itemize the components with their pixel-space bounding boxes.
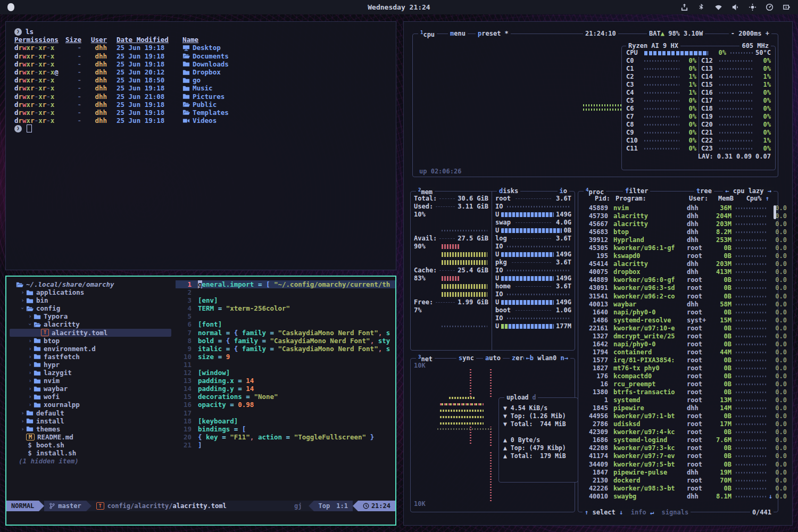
process-cpu: 0.0 bbox=[771, 301, 787, 309]
process-row[interactable]: 176kcompactd0root0B0.0 bbox=[580, 372, 776, 380]
io-toggle[interactable]: io bbox=[558, 187, 569, 195]
bluetooth-icon[interactable] bbox=[697, 3, 705, 11]
update-icon[interactable] bbox=[680, 3, 688, 11]
tree-item[interactable]: ›waybar bbox=[10, 385, 171, 393]
disks-toggle[interactable]: disks bbox=[497, 187, 520, 195]
process-row[interactable]: 1380btrfs-transactioroot0B0.0 bbox=[580, 388, 776, 396]
tree-item[interactable]: ›install bbox=[10, 417, 171, 425]
process-row[interactable]: 1827mt76-tx phy0root0B0.0 bbox=[580, 364, 776, 372]
process-row[interactable]: 45683btopdhh8.2M0.0 bbox=[580, 228, 776, 236]
tree-item[interactable]: ›btop bbox=[10, 337, 171, 345]
tree-item[interactable]: ›wofi bbox=[10, 393, 171, 401]
col-memb[interactable]: MemB bbox=[711, 195, 734, 203]
process-row[interactable]: 43091kworker/u96:3-sdroot0B0.0 bbox=[580, 284, 776, 292]
process-row[interactable]: 45730alacrittydhh204M0.0 bbox=[580, 212, 776, 220]
tree-item[interactable]: ›fastfetch bbox=[10, 353, 171, 361]
battery-icon[interactable] bbox=[783, 3, 791, 11]
process-row[interactable]: 42226kworker/u98:3-btroot0B0.0 bbox=[580, 485, 776, 493]
file-tree[interactable]: ~/.local/share/omarchy›applications›bin›… bbox=[6, 277, 176, 501]
tree-item[interactable]: Talacritty.toml bbox=[10, 329, 171, 337]
process-row[interactable]: 34409kworker/u97:5-btroot0B0.0 bbox=[580, 461, 776, 469]
prompt-line-empty: ❯ bbox=[14, 124, 387, 132]
sort-column-switcher[interactable]: ← cpu lazy → bbox=[723, 187, 774, 195]
editor-pane[interactable]: 1general.import = [ "~/.config/omarchy/c… bbox=[176, 277, 395, 501]
process-row[interactable]: 31541kworker/u96:2-coroot0B0.0 bbox=[580, 293, 776, 301]
tree-item[interactable]: ›bin bbox=[10, 296, 171, 304]
cpu-box-title[interactable]: 1cpu bbox=[418, 30, 437, 38]
process-row[interactable]: 1327dmcrypt_write/25root0B0.0 bbox=[580, 332, 776, 340]
process-row[interactable]: 40010swaybgdhh8.1M0.0 bbox=[580, 493, 776, 501]
process-row[interactable]: 40013waybardhh58M0.0 bbox=[580, 301, 776, 309]
process-row[interactable]: 44889kworker/u96:0-gfroot0B0.0 bbox=[580, 276, 776, 284]
col-program[interactable]: Program: bbox=[616, 195, 689, 203]
process-row[interactable]: 2130dockerdroot70M0.0 bbox=[580, 477, 776, 485]
process-row[interactable]: 1686systemd-logindroot7.6M0.0 bbox=[580, 436, 776, 444]
cursor-position: 1:1 bbox=[336, 502, 348, 510]
tree-item[interactable]: ›hypr bbox=[10, 361, 171, 369]
process-row[interactable]: 1642napi/phy0-0root0B0.0 bbox=[580, 340, 776, 348]
process-row[interactable]: 39912Hyprlanddhh253M0.0 bbox=[580, 236, 776, 244]
tree-root[interactable]: ~/.local/share/omarchy bbox=[10, 280, 171, 288]
tree-toggle[interactable]: tree bbox=[694, 187, 714, 195]
wifi-icon[interactable] bbox=[714, 3, 722, 11]
tree-item[interactable]: ›lazygit bbox=[10, 369, 171, 377]
process-row[interactable]: 195kswapd0root0B0.0 bbox=[580, 252, 776, 260]
tree-item[interactable]: ›config bbox=[10, 304, 171, 312]
tree-item[interactable]: ›Typora bbox=[10, 312, 171, 320]
process-row[interactable]: 1486systemd-resolvesyst+15M0.0 bbox=[580, 317, 776, 325]
tree-item[interactable]: ›alacritty bbox=[10, 320, 171, 328]
col-pid[interactable]: Pid: bbox=[583, 195, 610, 203]
process-row[interactable]: 45305kworker/u96:1-gfroot0B0.0 bbox=[580, 244, 776, 252]
process-row[interactable]: 1640napi/phy0-0root0B0.0 bbox=[580, 309, 776, 317]
net-auto-button[interactable]: auto bbox=[483, 354, 503, 362]
process-row[interactable]: 42208kworker/u97:3-kcroot0B0.0 bbox=[580, 444, 776, 452]
process-row[interactable]: 41174kworker/u97:7-evroot0B0.0 bbox=[580, 452, 776, 460]
tree-item[interactable]: ›default bbox=[10, 409, 171, 417]
mode-indicator: NORMAL bbox=[6, 501, 39, 511]
process-row[interactable]: 1systemdroot13M0.0 bbox=[580, 396, 776, 404]
net-sync-button[interactable]: sync bbox=[456, 354, 476, 362]
filter-button[interactable]: filter bbox=[623, 187, 650, 195]
editor-line: 21] bbox=[176, 441, 395, 449]
tree-item[interactable]: ›environment.d bbox=[10, 345, 171, 353]
terminal-window-ls[interactable]: ❯ ls Permissions Size User Date Modified… bbox=[5, 21, 396, 270]
screencast-icon[interactable] bbox=[749, 3, 757, 11]
process-row[interactable]: 1847pipewire-pulsedhh19M0.0 bbox=[580, 469, 776, 477]
tree-item-label: wofi bbox=[44, 393, 60, 401]
col-cpu[interactable]: Cpu% ↑ bbox=[746, 195, 769, 203]
proc-scrollbar[interactable] bbox=[774, 205, 776, 219]
neovim-window[interactable]: ~/.local/share/omarchy›applications›bin›… bbox=[5, 276, 396, 526]
tree-item[interactable]: $install.sh bbox=[10, 449, 171, 457]
col-user[interactable]: User: bbox=[689, 195, 711, 203]
process-row[interactable]: 44956kworker/u97:1-btroot0B0.0 bbox=[580, 412, 776, 420]
tree-item[interactable]: ›themes bbox=[10, 425, 171, 433]
process-row[interactable]: 1794containerdroot44M0.0 bbox=[580, 348, 776, 356]
proc-box-title[interactable]: 4proc bbox=[584, 187, 606, 196]
update-interval-control[interactable]: - 2000ms + bbox=[729, 30, 771, 37]
process-pid: 45305 bbox=[580, 244, 608, 252]
process-row[interactable]: 1845pipewiredhh14M0.0 bbox=[580, 404, 776, 412]
tree-item[interactable]: $boot.sh bbox=[10, 441, 171, 449]
process-row[interactable]: 45414alacrittydhh203M0.0 bbox=[580, 260, 776, 268]
net-interface-switcher[interactable]: ←b wlan0 n→ bbox=[524, 354, 571, 362]
menu-button[interactable]: menu bbox=[448, 30, 468, 37]
process-row[interactable]: 45889nvimdhh36M0.0 bbox=[580, 204, 776, 212]
btop-window[interactable]: 1cpu menu preset * 21:24:10 BAT▲ 98% 3.1… bbox=[403, 21, 793, 526]
file-name: Documents bbox=[182, 52, 229, 60]
process-user: dhh bbox=[687, 220, 709, 228]
process-row[interactable]: 16rcu_preemptroot0B0.0 bbox=[580, 380, 776, 388]
disk-name-row: home3.6T bbox=[492, 282, 575, 290]
process-row[interactable]: 42309kworker/u97:4-kcroot0B0.0 bbox=[580, 428, 776, 436]
process-row[interactable]: 2786udisksdroot17M0.0 bbox=[580, 420, 776, 428]
tree-item[interactable]: ›xournalpp bbox=[10, 401, 171, 409]
process-row[interactable]: 40075dropboxdhh413M0.0 bbox=[580, 268, 776, 276]
process-row[interactable]: 22161kworker/u97:10-eroot0B0.0 bbox=[580, 325, 776, 332]
tree-item[interactable]: ›applications bbox=[10, 288, 171, 296]
tree-item[interactable]: MREADME.md bbox=[10, 433, 171, 441]
volume-icon[interactable] bbox=[732, 3, 739, 11]
process-row[interactable]: 1577irq/81-PIXA3854:root0B0.0 bbox=[580, 356, 776, 364]
process-row[interactable]: 45667alacrittydhh203M0.0 bbox=[580, 220, 776, 228]
gauge-icon[interactable] bbox=[766, 3, 774, 11]
tree-item[interactable]: ›nvim bbox=[10, 377, 171, 385]
preset-button[interactable]: preset * bbox=[476, 30, 511, 37]
